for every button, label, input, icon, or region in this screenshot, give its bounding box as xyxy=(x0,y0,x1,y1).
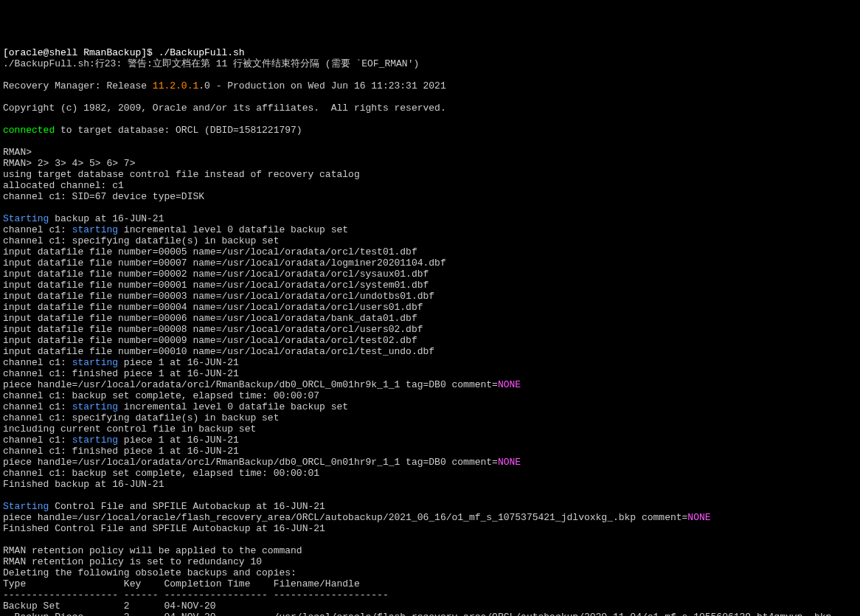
rman-prompt-multi: RMAN> 2> 3> 4> 5> 6> 7> xyxy=(3,158,135,169)
specifying-line: channel c1: specifying datafile(s) in ba… xyxy=(3,412,279,423)
datafile-line: input datafile file number=00008 name=/u… xyxy=(3,324,423,335)
piece-handle-2: piece handle=/usr/local/oradata/orcl/Rma… xyxy=(3,457,498,468)
datafile-line: input datafile file number=00006 name=/u… xyxy=(3,313,417,324)
inc0-text: incremental level 0 datafile backup set xyxy=(118,224,348,235)
retention-line-1: RMAN retention policy will be applied to… xyxy=(3,545,302,556)
rm-version: 11.2.0.1 xyxy=(153,80,198,91)
piece1-at: piece 1 at 16-JUN-21 xyxy=(118,357,239,368)
starting-word: starting xyxy=(72,357,118,368)
rman-prompt: RMAN> xyxy=(3,147,32,158)
piece-handle-3: piece handle=/usr/local/oracle/flash_rec… xyxy=(3,512,687,523)
ch-pre: channel c1: xyxy=(3,401,72,412)
starting-word: starting xyxy=(72,401,118,412)
copyright-line: Copyright (c) 1982, 2009, Oracle and/or … xyxy=(3,103,446,114)
datafile-line: input datafile file number=00003 name=/u… xyxy=(3,291,434,302)
allocated-line: allocated channel: c1 xyxy=(3,180,124,191)
including-ctrl-line: including current control file in backup… xyxy=(3,423,256,435)
using-line: using target database control file inste… xyxy=(3,169,360,180)
starting-word: starting xyxy=(72,224,118,235)
terminal-output[interactable]: [oracle@shell RmanBackup]$ ./BackupFull.… xyxy=(3,47,857,616)
shell-prompt: [oracle@shell RmanBackup]$ xyxy=(3,47,159,58)
datafile-line: input datafile file number=00002 name=/u… xyxy=(3,269,429,280)
datafile-line: input datafile file number=00009 name=/u… xyxy=(3,335,417,346)
specifying-line: channel c1: specifying datafile(s) in ba… xyxy=(3,235,279,246)
inc0-text: incremental level 0 datafile backup set xyxy=(118,401,348,412)
none-word: NONE xyxy=(687,512,710,523)
starting-word: starting xyxy=(72,435,118,446)
datafile-line: input datafile file number=00010 name=/u… xyxy=(3,346,434,357)
datafile-line: input datafile file number=00005 name=/u… xyxy=(3,246,417,257)
connected-post: to target database: ORCL (DBID=158122179… xyxy=(55,125,302,136)
ch-pre: channel c1: xyxy=(3,357,72,368)
elapsed-07-line: channel c1: backup set complete, elapsed… xyxy=(3,390,319,401)
datafile-line: input datafile file number=00001 name=/u… xyxy=(3,280,429,291)
table-separator: -------------------- ------ ------------… xyxy=(3,589,389,601)
elapsed-01-line: channel c1: backup set complete, elapsed… xyxy=(3,468,319,479)
table-header: Type Key Completion Time Filename/Handle xyxy=(3,578,360,589)
rm-release-pre: Recovery Manager: Release xyxy=(3,80,153,91)
table-row: Backup Set 2 04-NOV-20 xyxy=(3,601,216,612)
none-word: NONE xyxy=(498,379,521,390)
retention-line-2: RMAN retention policy is set to redundan… xyxy=(3,556,262,567)
datafile-line: input datafile file number=00004 name=/u… xyxy=(3,302,423,313)
command: ./BackupFull.sh xyxy=(159,47,245,58)
start-backup-text: backup at 16-JUN-21 xyxy=(49,213,164,224)
ch-pre: channel c1: xyxy=(3,224,72,235)
piece-handle-1: piece handle=/usr/local/oradata/orcl/Rma… xyxy=(3,379,498,390)
ch-pre: channel c1: xyxy=(3,435,72,446)
deleting-line: Deleting the following obsolete backups … xyxy=(3,567,297,578)
finished-piece-line: channel c1: finished piece 1 at 16-JUN-2… xyxy=(3,368,239,379)
piece1-at: piece 1 at 16-JUN-21 xyxy=(118,435,239,446)
finished-spfile-line: Finished Control File and SPFILE Autobac… xyxy=(3,523,325,534)
finished-backup-line: Finished backup at 16-JUN-21 xyxy=(3,479,164,490)
warning-line: ./BackupFull.sh:行23: 警告:立即文档在第 11 行被文件结束… xyxy=(3,58,419,69)
start-spfile-text: Control File and SPFILE Autobackup at 16… xyxy=(49,501,325,512)
starting-word: Starting xyxy=(3,501,49,512)
finished-piece-line: channel c1: finished piece 1 at 16-JUN-2… xyxy=(3,446,239,457)
channel-sid-line: channel c1: SID=67 device type=DISK xyxy=(3,191,204,202)
none-word: NONE xyxy=(498,457,521,468)
connected-word: connected xyxy=(3,125,55,136)
table-row: Backup Piece 2 04-NOV-20 /usr/local/orac… xyxy=(3,612,831,616)
starting-word: Starting xyxy=(3,213,49,224)
datafile-line: input datafile file number=00007 name=/u… xyxy=(3,257,446,269)
rm-release-post: .0 - Production on Wed Jun 16 11:23:31 2… xyxy=(198,80,445,91)
